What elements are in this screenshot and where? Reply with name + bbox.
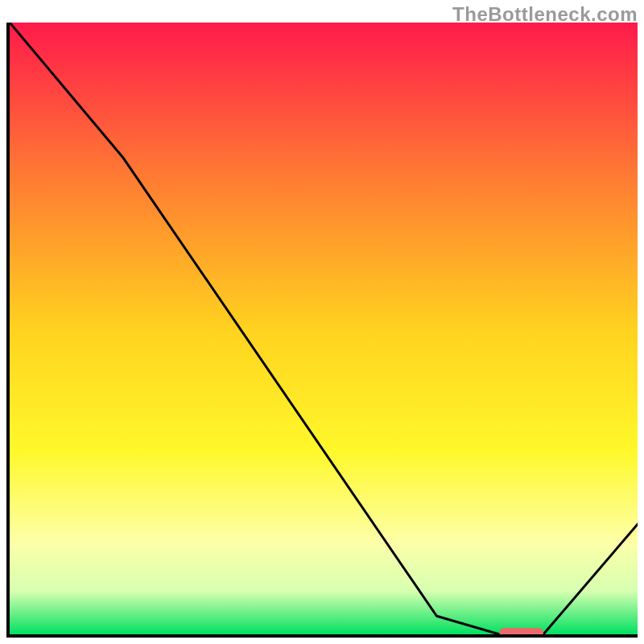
optimal-marker [499, 628, 543, 634]
chart-svg [10, 23, 638, 634]
plot-area [6, 23, 638, 638]
chart-container: TheBottleneck.com [0, 0, 644, 644]
gradient-background [10, 23, 638, 634]
